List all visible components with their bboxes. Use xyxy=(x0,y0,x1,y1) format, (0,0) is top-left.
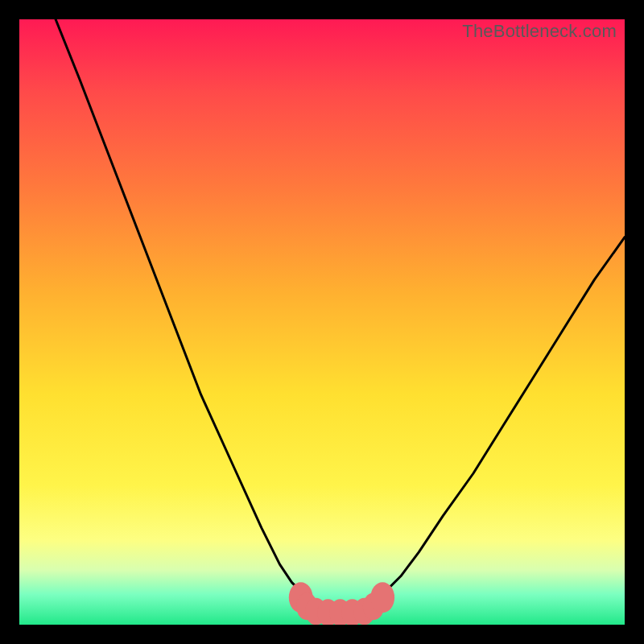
series-right-curve xyxy=(382,237,625,595)
chart-plot-area: TheBottleneck.com xyxy=(19,19,625,625)
chart-markers xyxy=(289,582,394,625)
chart-frame: TheBottleneck.com xyxy=(0,0,644,644)
chart-curves xyxy=(56,19,625,613)
marker-8 xyxy=(370,582,394,613)
chart-svg xyxy=(19,19,625,625)
series-left-curve xyxy=(56,19,303,594)
